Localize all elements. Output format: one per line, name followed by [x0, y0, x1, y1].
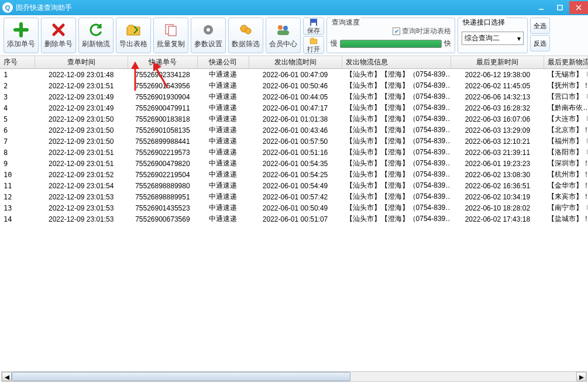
scroll-thumb[interactable] [12, 372, 350, 381]
table-row[interactable]: 72022-12-09 23:01:5075526899988441中通速递20… [0, 136, 588, 147]
params-button[interactable]: 参数设置 [191, 18, 226, 53]
table-row[interactable]: 12022-12-09 23:01:4875526902334128中通速递20… [0, 69, 588, 80]
table-body: 12022-12-09 23:01:4875526902334128中通速递20… [0, 69, 588, 225]
cell-oinfo: 【汕头市】【澄海】（0754-839… [342, 191, 452, 202]
cell-oinfo: 【汕头市】【澄海】（0754-839… [342, 147, 452, 158]
table-row[interactable]: 62022-12-09 23:01:5075526901058135中通速递20… [0, 125, 588, 136]
col-uinfo[interactable]: 最后更新物流 [544, 56, 588, 68]
scroll-right-button[interactable]: ▸ [576, 372, 586, 381]
table-row[interactable]: 32022-12-09 23:01:4975526901930904中通速递20… [0, 91, 588, 102]
close-button[interactable] [569, 1, 588, 14]
select-all-button[interactable]: 全选 [530, 18, 550, 34]
member-button[interactable]: 会员中心 [266, 18, 301, 53]
svg-point-7 [207, 28, 210, 32]
refresh-button[interactable]: 刷新物流 [78, 18, 114, 53]
cell-otime: 2022-06-01 00:57:50 [249, 136, 342, 147]
table-row[interactable]: 122022-12-09 23:01:5375526898889951中通速递2… [0, 191, 588, 202]
batch-copy-button[interactable]: 批量复制 [153, 18, 188, 53]
cell-otime: 2022-06-01 00:47:17 [249, 102, 342, 113]
interface-select[interactable]: 综合查询二 ▾ [462, 32, 524, 45]
cell-oinfo: 【汕头市】【澄海】（0754-839… [342, 169, 452, 180]
col-time[interactable]: 查单时间 [35, 56, 128, 68]
check-icon: ✔ [393, 27, 400, 35]
filter-button[interactable]: 数据筛选 [228, 18, 263, 53]
btn-label: 刷新物流 [82, 39, 110, 49]
scroll-label: 查询时滚动表格 [402, 26, 451, 36]
export-button[interactable]: 导出表格 [116, 18, 151, 53]
cell-idx: 10 [0, 169, 35, 180]
col-utime[interactable]: 最后更新时间 [451, 56, 544, 68]
cell-num: 75526900479911 [128, 102, 198, 113]
col-idx[interactable]: 序号 [0, 56, 35, 68]
speed-slider[interactable] [340, 40, 442, 48]
cell-time: 2022-12-09 23:01:50 [35, 113, 128, 125]
cell-comp: 中通速递 [198, 125, 249, 136]
cell-uinfo: 【深圳市】！ [544, 158, 588, 169]
minimize-button[interactable] [532, 1, 551, 14]
col-comp[interactable]: 快递公司 [198, 56, 249, 68]
svg-point-11 [283, 26, 288, 30]
gear-icon [200, 22, 216, 38]
save-button[interactable]: 保存 [303, 18, 324, 35]
invert-select-button[interactable]: 反选 [530, 35, 550, 51]
scroll-track[interactable] [12, 372, 576, 381]
cell-time: 2022-12-09 23:01:50 [35, 125, 128, 136]
table-area: 序号 查单时间 快递单号 快递公司 发出物流时间 发出物流信息 最后更新时间 最… [0, 56, 588, 366]
cell-comp: 中通速递 [198, 80, 249, 91]
toolbar: 添加单号 删除单号 刷新物流 导出表格 批量复制 参数设置 数据筛选 会员中心 … [0, 15, 588, 56]
table-row[interactable]: 92022-12-09 23:01:5175526900479820中通速递20… [0, 158, 588, 169]
cell-comp: 中通速递 [198, 180, 249, 191]
cell-utime: 2022-06-10 18:28:02 [451, 202, 544, 213]
btn-label: 添加单号 [7, 39, 35, 49]
open-button[interactable]: 打开 [303, 36, 324, 54]
cell-time: 2022-12-09 23:01:53 [35, 213, 128, 225]
chevron-down-icon: ▾ [517, 34, 521, 43]
folder-open-icon [310, 37, 318, 45]
maximize-button[interactable] [551, 1, 569, 14]
table-row[interactable]: 142022-12-09 23:01:5375526900673569中通速递2… [0, 213, 588, 225]
cell-idx: 5 [0, 113, 35, 125]
cell-idx: 1 [0, 69, 35, 80]
table-row[interactable]: 52022-12-09 23:01:5075526900183818中通速递20… [0, 113, 588, 125]
btn-label: 反选 [534, 39, 546, 48]
col-oinfo[interactable]: 发出物流信息 [342, 56, 452, 68]
cell-idx: 12 [0, 191, 35, 202]
cell-utime: 2022-06-01 19:23:23 [451, 158, 544, 169]
cell-oinfo: 【汕头市】【澄海】（0754-839… [342, 158, 452, 169]
cell-otime: 2022-06-01 00:43:46 [249, 125, 342, 136]
btn-label: 数据筛选 [232, 39, 260, 49]
cell-uinfo: 【杭州市】！ [544, 169, 588, 180]
table-header: 序号 查单时间 快递单号 快递公司 发出物流时间 发出物流信息 最后更新时间 最… [0, 56, 588, 69]
cell-idx: 3 [0, 91, 35, 102]
cell-idx: 8 [0, 147, 35, 158]
cell-utime: 2022-06-02 10:34:19 [451, 191, 544, 202]
svg-rect-5 [169, 26, 176, 36]
cell-otime: 2022-06-01 00:54:25 [249, 169, 342, 180]
cell-otime: 2022-06-01 00:54:35 [249, 158, 342, 169]
scroll-checkbox[interactable]: ✔ 查询时滚动表格 [331, 26, 451, 36]
cell-uinfo: 【洛阳市】〔 [544, 147, 588, 158]
cell-idx: 14 [0, 213, 35, 225]
table-row[interactable]: 132022-12-09 23:01:5375526901435523中通速递2… [0, 202, 588, 213]
btn-label: 删除单号 [44, 39, 73, 49]
people-icon [275, 22, 291, 38]
cell-uinfo: 【营口市】〔 [544, 91, 588, 102]
horizontal-scrollbar[interactable]: ◂ ▸ [1, 371, 587, 382]
col-otime[interactable]: 发出物流时间 [249, 56, 342, 68]
table-row[interactable]: 112022-12-09 23:01:5475526898889980中通速递2… [0, 180, 588, 191]
cell-utime: 2022-06-02 16:36:51 [451, 180, 544, 191]
delete-number-button[interactable]: 删除单号 [41, 18, 76, 53]
table-row[interactable]: 82022-12-09 23:01:5175526902219573中通速递20… [0, 147, 588, 158]
cell-oinfo: 【汕头市】【澄海】（0754-839… [342, 80, 452, 91]
table-row[interactable]: 22022-12-09 23:01:5175526901543956中通速递20… [0, 80, 588, 91]
cell-idx: 2 [0, 80, 35, 91]
cell-idx: 9 [0, 158, 35, 169]
cell-otime: 2022-06-01 01:01:38 [249, 113, 342, 125]
table-row[interactable]: 42022-12-09 23:01:4975526900479911中通速递20… [0, 102, 588, 113]
table-row[interactable]: 102022-12-09 23:01:5275526902219504中通速递2… [0, 169, 588, 180]
col-num[interactable]: 快递单号 [128, 56, 198, 68]
cell-utime: 2022-06-02 13:08:30 [451, 169, 544, 180]
scroll-left-button[interactable]: ◂ [2, 372, 12, 381]
cell-utime: 2022-06-03 13:29:09 [451, 125, 544, 136]
add-number-button[interactable]: 添加单号 [4, 18, 39, 53]
